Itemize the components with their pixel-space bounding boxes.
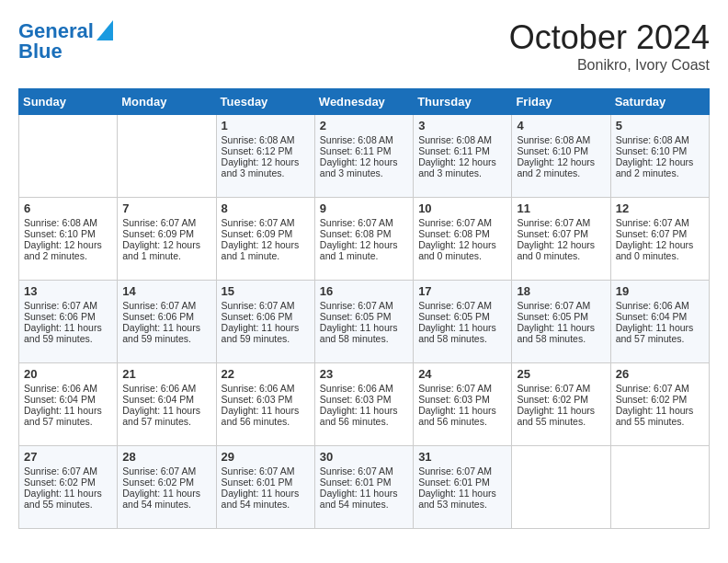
day-number: 26: [616, 367, 704, 381]
day-info: Sunrise: 6:07 AM: [418, 465, 506, 477]
day-info: Sunrise: 6:08 AM: [24, 217, 112, 228]
calendar-cell: 12Sunrise: 6:07 AMSunset: 6:07 PMDayligh…: [610, 198, 709, 281]
day-info: Daylight: 11 hours and 53 minutes.: [418, 488, 506, 510]
day-number: 3: [418, 119, 506, 132]
month-title: October 2024: [509, 18, 710, 57]
day-info: Sunrise: 6:07 AM: [517, 383, 605, 394]
calendar-cell: 9Sunrise: 6:07 AMSunset: 6:08 PMDaylight…: [314, 198, 413, 281]
page-header: General Blue October 2024 Bonikro, Ivory…: [18, 18, 710, 74]
weekday-header: Monday: [118, 89, 216, 115]
calendar-cell: 10Sunrise: 6:07 AMSunset: 6:08 PMDayligh…: [414, 198, 512, 281]
calendar-cell: 21Sunrise: 6:06 AMSunset: 6:04 PMDayligh…: [118, 363, 216, 446]
calendar-cell: 2Sunrise: 6:08 AMSunset: 6:11 PMDaylight…: [314, 115, 413, 198]
day-number: 16: [320, 284, 408, 298]
svg-marker-0: [97, 20, 113, 40]
day-info: Sunrise: 6:07 AM: [24, 300, 112, 311]
day-number: 1: [222, 119, 310, 132]
day-info: Daylight: 11 hours and 58 minutes.: [320, 322, 408, 344]
title-area: October 2024 Bonikro, Ivory Coast: [509, 18, 710, 74]
day-number: 24: [418, 367, 506, 381]
day-info: Sunset: 6:12 PM: [222, 145, 310, 156]
calendar-cell: 1Sunrise: 6:08 AMSunset: 6:12 PMDaylight…: [216, 115, 314, 198]
day-info: Sunrise: 6:07 AM: [122, 300, 210, 311]
day-info: Sunset: 6:11 PM: [320, 145, 408, 156]
day-info: Daylight: 11 hours and 58 minutes.: [418, 322, 506, 344]
day-info: Sunset: 6:05 PM: [320, 311, 408, 322]
calendar-week-row: 20Sunrise: 6:06 AMSunset: 6:04 PMDayligh…: [19, 363, 710, 446]
day-info: Sunrise: 6:07 AM: [418, 300, 506, 311]
day-info: Daylight: 11 hours and 57 minutes.: [616, 322, 704, 344]
day-info: Sunset: 6:10 PM: [24, 228, 112, 239]
day-number: 31: [418, 450, 506, 464]
calendar-week-row: 1Sunrise: 6:08 AMSunset: 6:12 PMDaylight…: [19, 115, 710, 198]
day-info: Sunset: 6:01 PM: [418, 477, 506, 488]
day-info: Daylight: 11 hours and 54 minutes.: [320, 488, 408, 510]
day-info: Sunset: 6:04 PM: [24, 394, 112, 405]
day-info: Sunset: 6:10 PM: [616, 145, 704, 156]
day-info: Daylight: 12 hours and 3 minutes.: [222, 156, 310, 178]
day-info: Sunrise: 6:08 AM: [320, 134, 408, 145]
day-number: 19: [616, 284, 704, 298]
day-number: 8: [222, 201, 310, 215]
calendar-table: SundayMondayTuesdayWednesdayThursdayFrid…: [18, 88, 710, 529]
day-info: Sunset: 6:04 PM: [122, 394, 210, 405]
day-info: Sunset: 6:01 PM: [222, 477, 310, 488]
day-info: Sunset: 6:05 PM: [517, 311, 605, 322]
calendar-cell: 15Sunrise: 6:07 AMSunset: 6:06 PMDayligh…: [216, 281, 314, 363]
calendar-cell: 31Sunrise: 6:07 AMSunset: 6:01 PMDayligh…: [414, 446, 512, 529]
day-number: 2: [320, 119, 408, 132]
calendar-cell: 14Sunrise: 6:07 AMSunset: 6:06 PMDayligh…: [118, 281, 216, 363]
calendar-cell: 7Sunrise: 6:07 AMSunset: 6:09 PMDaylight…: [118, 198, 216, 281]
day-info: Sunset: 6:09 PM: [122, 228, 210, 239]
day-info: Daylight: 12 hours and 0 minutes.: [517, 239, 605, 261]
day-info: Sunrise: 6:08 AM: [616, 134, 704, 145]
day-info: Daylight: 11 hours and 54 minutes.: [222, 488, 310, 510]
day-number: 7: [122, 201, 210, 215]
day-info: Sunrise: 6:07 AM: [222, 300, 310, 311]
day-info: Daylight: 11 hours and 56 minutes.: [418, 405, 506, 427]
day-info: Daylight: 12 hours and 0 minutes.: [616, 239, 704, 261]
day-info: Sunrise: 6:08 AM: [517, 134, 605, 145]
calendar-cell: 27Sunrise: 6:07 AMSunset: 6:02 PMDayligh…: [19, 446, 118, 529]
day-info: Daylight: 12 hours and 3 minutes.: [418, 156, 506, 178]
day-info: Sunset: 6:09 PM: [222, 228, 310, 239]
calendar-header-row: SundayMondayTuesdayWednesdayThursdayFrid…: [19, 89, 710, 115]
day-info: Sunset: 6:03 PM: [418, 394, 506, 405]
day-info: Sunset: 6:08 PM: [418, 228, 506, 239]
day-info: Daylight: 12 hours and 1 minute.: [122, 239, 210, 261]
day-info: Daylight: 11 hours and 55 minutes.: [24, 488, 112, 510]
calendar-cell: 23Sunrise: 6:06 AMSunset: 6:03 PMDayligh…: [314, 363, 413, 446]
logo: General Blue: [18, 18, 113, 63]
weekday-header: Wednesday: [314, 89, 413, 115]
day-info: Daylight: 11 hours and 59 minutes.: [122, 322, 210, 344]
day-info: Sunset: 6:08 PM: [320, 228, 408, 239]
day-info: Daylight: 12 hours and 1 minute.: [320, 239, 408, 261]
day-info: Daylight: 12 hours and 3 minutes.: [320, 156, 408, 178]
day-info: Sunrise: 6:07 AM: [222, 465, 310, 477]
day-info: Sunrise: 6:06 AM: [222, 383, 310, 394]
day-info: Sunrise: 6:07 AM: [517, 300, 605, 311]
day-number: 4: [517, 119, 605, 132]
day-number: 14: [122, 284, 210, 298]
calendar-cell: 24Sunrise: 6:07 AMSunset: 6:03 PMDayligh…: [414, 363, 512, 446]
weekday-header: Friday: [512, 89, 610, 115]
calendar-cell: 11Sunrise: 6:07 AMSunset: 6:07 PMDayligh…: [512, 198, 610, 281]
day-number: 17: [418, 284, 506, 298]
day-number: 20: [24, 367, 112, 381]
day-info: Sunset: 6:03 PM: [222, 394, 310, 405]
calendar-cell: 19Sunrise: 6:06 AMSunset: 6:04 PMDayligh…: [610, 281, 709, 363]
day-info: Sunset: 6:06 PM: [122, 311, 210, 322]
day-info: Sunrise: 6:07 AM: [24, 465, 112, 477]
day-info: Sunrise: 6:07 AM: [222, 217, 310, 228]
day-info: Daylight: 11 hours and 55 minutes.: [616, 405, 704, 427]
day-number: 29: [222, 450, 310, 464]
day-number: 25: [517, 367, 605, 381]
day-number: 23: [320, 367, 408, 381]
day-info: Sunset: 6:05 PM: [418, 311, 506, 322]
day-info: Sunset: 6:06 PM: [24, 311, 112, 322]
day-info: Daylight: 12 hours and 2 minutes.: [24, 239, 112, 261]
logo-text2: Blue: [18, 40, 63, 63]
day-info: Sunset: 6:02 PM: [24, 477, 112, 488]
day-number: 27: [24, 450, 112, 464]
day-info: Sunset: 6:04 PM: [616, 311, 704, 322]
